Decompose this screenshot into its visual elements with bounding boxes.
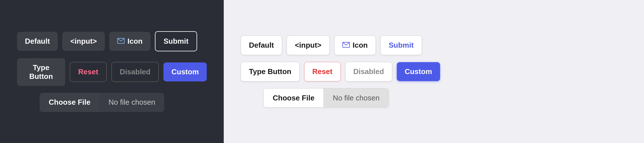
light-reset-button[interactable]: Reset bbox=[304, 62, 341, 81]
dark-disabled-label: Disabled bbox=[120, 68, 150, 76]
light-icon-label: Icon bbox=[353, 41, 368, 50]
light-reset-label: Reset bbox=[312, 67, 332, 76]
light-default-button[interactable]: Default bbox=[241, 35, 282, 55]
dark-custom-button[interactable]: Custom bbox=[163, 62, 207, 81]
dark-panel: Default <input> Icon Submit Type Button … bbox=[0, 0, 224, 143]
envelope-icon bbox=[117, 37, 125, 46]
light-panel: Default <input> Icon Submit Type Button … bbox=[224, 0, 644, 143]
dark-input-label: <input> bbox=[70, 37, 97, 46]
dark-row-1: Default <input> Icon Submit bbox=[17, 31, 197, 51]
light-file-input: Choose File No file chosen bbox=[263, 88, 389, 108]
light-disabled-button[interactable]: Disabled bbox=[345, 62, 392, 81]
dark-icon-label: Icon bbox=[127, 37, 142, 46]
dark-reset-label: Reset bbox=[78, 68, 98, 76]
dark-default-button[interactable]: Default bbox=[17, 32, 58, 51]
light-input-label: <input> bbox=[295, 41, 321, 50]
dark-icon-button[interactable]: Icon bbox=[109, 32, 150, 51]
light-file-row: Choose File No file chosen bbox=[241, 88, 389, 108]
dark-reset-button[interactable]: Reset bbox=[70, 62, 107, 82]
dark-type-button-label: Type Button bbox=[25, 63, 57, 81]
light-input-button[interactable]: <input> bbox=[287, 35, 330, 55]
light-row-1: Default <input> Icon Submit bbox=[241, 35, 422, 55]
light-type-button-label: Type Button bbox=[249, 67, 291, 76]
dark-file-row: Choose File No file chosen bbox=[17, 93, 164, 112]
light-disabled-label: Disabled bbox=[353, 67, 384, 76]
envelope-icon-light bbox=[342, 41, 350, 50]
dark-default-label: Default bbox=[25, 37, 50, 46]
dark-input-button[interactable]: <input> bbox=[62, 32, 105, 51]
dark-row-2: Type Button Reset Disabled Custom bbox=[17, 58, 207, 86]
light-icon-button[interactable]: Icon bbox=[334, 35, 376, 55]
dark-no-file-label: No file chosen bbox=[99, 93, 164, 112]
dark-type-button-button[interactable]: Type Button bbox=[17, 58, 65, 86]
dark-file-input: Choose File No file chosen bbox=[40, 93, 164, 112]
light-submit-button[interactable]: Submit bbox=[380, 35, 422, 55]
light-custom-label: Custom bbox=[405, 67, 432, 76]
light-choose-file-button[interactable]: Choose File bbox=[264, 89, 324, 107]
light-no-file-label: No file chosen bbox=[324, 89, 389, 107]
light-submit-label: Submit bbox=[389, 41, 413, 50]
dark-custom-label: Custom bbox=[171, 68, 199, 76]
light-type-button-button[interactable]: Type Button bbox=[241, 62, 300, 81]
light-row-2: Type Button Reset Disabled Custom bbox=[241, 62, 440, 81]
dark-choose-file-button[interactable]: Choose File bbox=[40, 93, 99, 112]
light-custom-button[interactable]: Custom bbox=[397, 62, 440, 81]
dark-disabled-button[interactable]: Disabled bbox=[111, 62, 159, 82]
light-default-label: Default bbox=[249, 41, 274, 50]
dark-submit-button[interactable]: Submit bbox=[155, 31, 197, 51]
dark-submit-label: Submit bbox=[163, 37, 188, 46]
